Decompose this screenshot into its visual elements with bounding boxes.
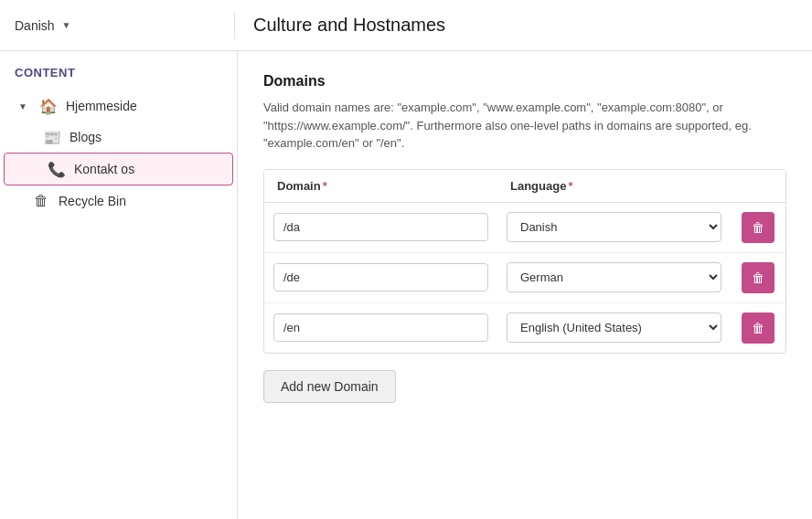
language-cell-2: Danish German English (United States) Fr… <box>497 253 731 302</box>
sidebar-item-label: Blogs <box>69 130 102 144</box>
blog-icon: 📰 <box>44 129 60 145</box>
language-label: Danish <box>15 18 55 33</box>
language-cell-1: Danish German English (United States) Fr… <box>497 203 731 251</box>
delete-cell-1: 🗑 <box>731 203 785 252</box>
sidebar-item-kontakt-os[interactable]: 📞 Kontakt os <box>4 153 233 185</box>
language-selector[interactable]: Danish ▼ <box>15 18 234 33</box>
language-select-3[interactable]: Danish German English (United States) Fr… <box>507 312 721 343</box>
sidebar-item-hjemmeside[interactable]: ▼ 🏠 Hjemmeside <box>0 90 237 122</box>
add-domain-button[interactable]: Add new Domain <box>263 370 396 403</box>
sidebar-item-blogs[interactable]: 📰 Blogs <box>0 122 237 153</box>
domain-required-mark: * <box>323 179 327 193</box>
delete-cell-3: 🗑 <box>731 303 785 353</box>
domain-input-1[interactable] <box>273 213 488 241</box>
col-domain-header: Domain* <box>264 170 497 202</box>
domain-input-2[interactable] <box>273 263 488 291</box>
language-required-mark: * <box>568 179 572 193</box>
page-title: Culture and Hostnames <box>253 15 445 36</box>
sidebar-section-title: Content <box>0 66 237 90</box>
col-language-header: Language* <box>497 170 731 202</box>
chevron-down-icon: ▼ <box>62 20 71 30</box>
language-select-1[interactable]: Danish German English (United States) Fr… <box>507 212 721 242</box>
col-action-header <box>731 170 785 202</box>
delete-button-1[interactable]: 🗑 <box>742 212 775 243</box>
language-cell-3: Danish German English (United States) Fr… <box>497 303 731 352</box>
table-row: Danish German English (United States) Fr… <box>264 253 785 303</box>
top-bar-divider <box>234 12 235 39</box>
table-header: Domain* Language* <box>264 170 785 203</box>
delete-button-3[interactable]: 🗑 <box>742 312 775 344</box>
sidebar: Content ▼ 🏠 Hjemmeside 📰 Blogs 📞 Kontakt… <box>0 51 238 519</box>
domains-table: Domain* Language* Danish German English … <box>263 169 786 354</box>
domain-cell-2 <box>264 254 497 301</box>
home-icon: 🏠 <box>40 98 57 114</box>
delete-cell-2: 🗑 <box>731 253 785 302</box>
delete-button-2[interactable]: 🗑 <box>742 262 775 293</box>
domain-cell-1 <box>264 204 497 250</box>
contact-icon: 📞 <box>48 161 65 177</box>
table-row: Danish German English (United States) Fr… <box>264 303 785 353</box>
sidebar-item-label: Kontakt os <box>74 162 134 176</box>
table-row: Danish German English (United States) Fr… <box>264 203 785 253</box>
domain-description: Valid domain names are: "example.com", "… <box>263 99 786 153</box>
top-bar: Danish ▼ Culture and Hostnames <box>0 0 812 51</box>
domains-section-title: Domains <box>263 73 786 90</box>
sidebar-item-recycle-bin[interactable]: 🗑 Recycle Bin <box>0 185 237 217</box>
content-area: Domains Valid domain names are: "example… <box>238 51 812 519</box>
main-layout: Content ▼ 🏠 Hjemmeside 📰 Blogs 📞 Kontakt… <box>0 51 812 519</box>
domain-cell-3 <box>264 304 497 351</box>
domain-input-3[interactable] <box>273 313 488 342</box>
sidebar-item-label: Hjemmeside <box>66 99 137 113</box>
sidebar-item-label: Recycle Bin <box>59 194 126 208</box>
arrow-icon: ▼ <box>18 101 27 111</box>
language-select-2[interactable]: Danish German English (United States) Fr… <box>507 262 721 292</box>
recycle-bin-icon: 🗑 <box>33 193 49 209</box>
